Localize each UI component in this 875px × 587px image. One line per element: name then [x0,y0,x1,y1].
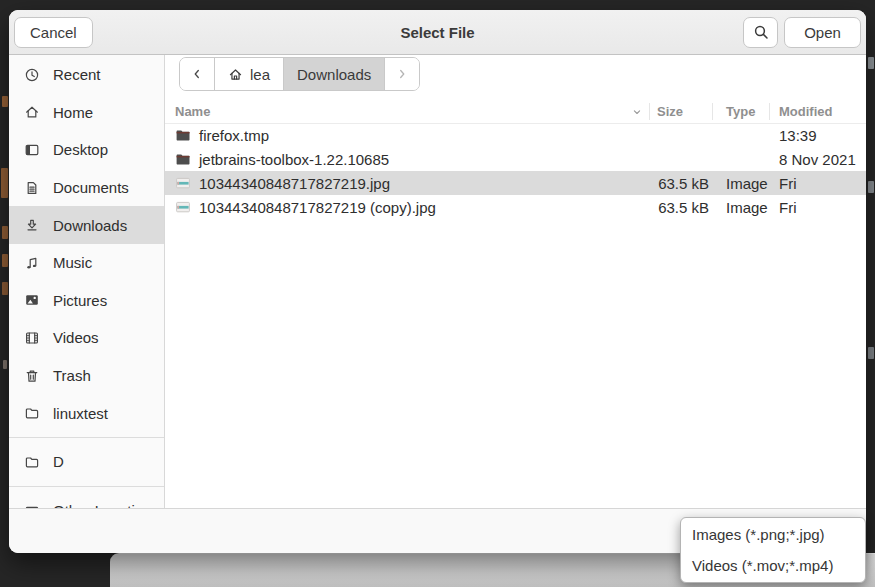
sidebar-item-documents[interactable]: Documents [9,169,164,207]
music-icon [24,255,40,271]
file-type: Image [726,171,768,195]
file-type-filter-popup: Images (*.png;*.jpg)Videos (*.mov;*.mp4) [680,517,866,583]
list-header: Name Size Type Modified [165,100,866,124]
sidebar-item-pictures[interactable]: Pictures [9,282,164,320]
file-modified: 8 Nov 2021 [779,147,856,171]
sidebar-item-label: D [53,453,64,470]
image-file-icon [175,199,191,215]
backdrop-artifact [2,254,8,267]
breadcrumb-label: Downloads [297,66,371,83]
sidebar-item-label: Documents [53,179,129,196]
chevron-left-icon [190,67,204,81]
breadcrumb-label: lea [250,66,270,83]
search-button[interactable] [743,17,778,48]
downloads-icon [24,217,40,233]
pictures-icon [24,292,40,308]
filter-option-images[interactable]: Images (*.png;*.jpg) [681,519,865,550]
sidebar-item-label: Other Locations [53,502,159,508]
backdrop-artifact [3,360,7,369]
file-row-jetbrains-toolbox-1-22-10685[interactable]: jetbrains-toolbox-1.22.106858 Nov 2021 [165,147,866,171]
headerbar: Select File Cancel Open [9,10,866,55]
backdrop-artifact [2,96,8,107]
file-type: Image [726,195,768,219]
backdrop-artifact [1,168,8,198]
sidebar-item-label: Trash [53,367,91,384]
drive-icon [24,502,40,508]
column-header-modified[interactable]: Modified [779,100,832,123]
file-list: firefox.tmp13:39jetbrains-toolbox-1.22.1… [165,123,866,219]
backdrop-artifact [868,347,874,359]
file-pane: lea Downloads Name Size [165,55,866,508]
backdrop-artifact [2,226,8,239]
folder-file-icon [175,127,191,143]
file-chooser-dialog: Select File Cancel Open RecentHomeDeskto… [9,10,866,553]
sidebar-item-label: Music [53,254,92,271]
backdrop-artifact [2,282,8,295]
dialog-body: RecentHomeDesktopDocumentsDownloadsMusic… [9,55,866,508]
screen: { "window": { "title": "Select File" }, … [0,0,875,587]
sidebar-item-trash[interactable]: Trash [9,357,164,395]
sidebar-item-label: Pictures [53,292,107,309]
file-row-10344340848717827219-copy-jpg[interactable]: 10344340848717827219 (copy).jpg63.5 kBIm… [165,195,866,219]
column-header-size[interactable]: Size [657,100,683,123]
sidebar-separator [9,437,164,438]
column-divider [769,103,770,120]
home-icon [24,104,40,120]
documents-icon [24,180,40,196]
file-row-10344340848717827219-jpg[interactable]: 10344340848717827219.jpg63.5 kBImageFri [165,171,866,195]
home-icon [228,67,243,82]
file-size [635,123,709,147]
sidebar-item-label: Home [53,104,93,121]
folder-icon [24,405,40,421]
column-divider [712,103,713,120]
folder-file-icon [175,151,191,167]
sidebar-separator [9,486,164,487]
file-name: jetbrains-toolbox-1.22.10685 [199,147,389,171]
dialog-title: Select File [9,24,866,41]
sidebar-item-videos[interactable]: Videos [9,319,164,357]
videos-icon [24,330,40,346]
file-modified: Fri [779,171,797,195]
sidebar-item-label: Downloads [53,217,127,234]
file-size: 63.5 kB [635,195,709,219]
column-divider [649,103,650,120]
sidebar-item-music[interactable]: Music [9,244,164,282]
file-name: 10344340848717827219 (copy).jpg [199,195,436,219]
filter-option-videos[interactable]: Videos (*.mov;*.mp4) [681,550,865,581]
breadcrumb-segment-downloads[interactable]: Downloads [284,58,385,90]
sidebar-item-label: Recent [53,66,101,83]
sidebar-item-linuxtest[interactable]: linuxtest [9,394,164,432]
file-modified: Fri [779,195,797,219]
sidebar-item-label: Videos [53,329,99,346]
back-button[interactable] [180,58,215,90]
column-header-type[interactable]: Type [726,100,755,123]
file-size: 63.5 kB [635,171,709,195]
forward-button[interactable] [385,58,419,90]
file-row-firefox-tmp[interactable]: firefox.tmp13:39 [165,123,866,147]
sort-chevron-icon [631,100,643,123]
column-header-name[interactable]: Name [175,100,210,123]
sidebar-item-label: Desktop [53,141,108,158]
sidebar-item-desktop[interactable]: Desktop [9,131,164,169]
file-size [635,147,709,171]
desktop-icon [24,142,40,158]
sidebar-item-d[interactable]: D [9,443,164,481]
folder-icon [24,454,40,470]
backdrop-artifact [868,181,874,193]
sidebar-item-downloads[interactable]: Downloads [9,206,164,244]
breadcrumb-segment-home[interactable]: lea [215,58,284,90]
trash-icon [24,368,40,384]
recent-icon [24,67,40,83]
sidebar-item-other-locations[interactable]: Other Locations [9,492,164,508]
cancel-button[interactable]: Cancel [14,17,93,48]
sidebar-item-label: linuxtest [53,405,108,422]
open-button[interactable]: Open [784,17,861,48]
file-name: firefox.tmp [199,123,269,147]
sidebar-item-home[interactable]: Home [9,94,164,132]
sidebar-item-recent[interactable]: Recent [9,56,164,94]
path-bar: lea Downloads [179,57,420,91]
sidebar: RecentHomeDesktopDocumentsDownloadsMusic… [9,55,165,508]
image-file-icon [175,175,191,191]
file-modified: 13:39 [779,123,817,147]
backdrop-artifact [868,57,874,69]
